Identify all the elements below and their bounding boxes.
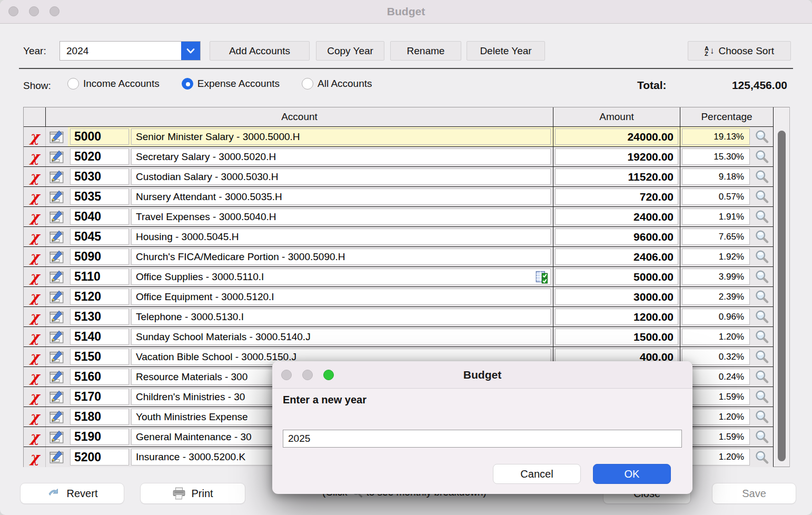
delete-year-button[interactable]: Delete Year	[467, 41, 545, 61]
amount-field[interactable]: 720.00	[555, 189, 678, 205]
delete-account-button[interactable]: χ	[24, 227, 46, 246]
monthly-breakdown-button[interactable]	[750, 367, 773, 387]
monthly-breakdown-button[interactable]	[750, 427, 773, 447]
percentage-field[interactable]: 2.39%	[682, 289, 750, 305]
edit-account-button[interactable]	[46, 447, 68, 467]
account-name-field[interactable]: Church's FICA/Medicare Portion - 3000.50…	[131, 249, 551, 265]
amount-field[interactable]: 24000.00	[555, 128, 678, 145]
ok-button[interactable]: OK	[593, 464, 671, 484]
delete-account-button[interactable]: χ	[24, 127, 46, 146]
percentage-field[interactable]: 7.65%	[682, 229, 750, 245]
account-number-field[interactable]: 5140	[70, 329, 129, 345]
monthly-breakdown-button[interactable]	[750, 307, 773, 326]
amount-field[interactable]: 19200.00	[555, 148, 678, 165]
edit-account-button[interactable]	[46, 187, 68, 206]
account-name-field[interactable]: Housing - 3000.5045.H	[131, 229, 551, 245]
percentage-field[interactable]: 0.96%	[682, 309, 750, 325]
monthly-breakdown-button[interactable]	[750, 247, 773, 266]
monthly-breakdown-button[interactable]	[750, 187, 773, 206]
percentage-field[interactable]: 9.18%	[682, 169, 750, 185]
edit-account-button[interactable]	[46, 407, 68, 427]
year-dropdown[interactable]: 2024	[60, 41, 201, 61]
account-name-field[interactable]: Office Equipment - 3000.5120.I	[131, 289, 551, 305]
edit-account-button[interactable]	[46, 287, 68, 306]
edit-account-button[interactable]	[46, 307, 68, 326]
delete-account-button[interactable]: χ	[24, 427, 46, 447]
edit-account-button[interactable]	[46, 167, 68, 186]
edit-account-button[interactable]	[46, 127, 68, 146]
delete-account-button[interactable]: χ	[24, 307, 46, 326]
monthly-breakdown-button[interactable]	[750, 267, 773, 286]
delete-account-button[interactable]: χ	[24, 387, 46, 407]
edit-account-button[interactable]	[46, 207, 68, 226]
monthly-breakdown-button[interactable]	[750, 167, 773, 186]
print-button[interactable]: Print	[140, 483, 245, 504]
account-name-field[interactable]: Office Supplies - 3000.5110.I	[131, 269, 551, 285]
revert-button[interactable]: Revert	[20, 483, 124, 504]
account-number-field[interactable]: 5120	[70, 289, 129, 305]
account-number-field[interactable]: 5110	[70, 269, 129, 285]
percentage-field[interactable]: 1.20%	[682, 329, 750, 345]
choose-sort-button[interactable]: AZ ↓ Choose Sort	[688, 41, 791, 61]
account-number-field[interactable]: 5190	[70, 429, 129, 445]
account-number-field[interactable]: 5045	[70, 229, 129, 245]
account-name-field[interactable]: Nursery Attendant - 3000.5035.H	[131, 189, 551, 205]
amount-field[interactable]: 3000.00	[555, 289, 678, 305]
rename-button[interactable]: Rename	[390, 41, 461, 61]
account-number-field[interactable]: 5020	[70, 148, 129, 165]
account-number-field[interactable]: 5035	[70, 189, 129, 205]
account-name-field[interactable]: Sunday School Materials - 3000.5140.J	[131, 329, 551, 345]
edit-account-button[interactable]	[46, 327, 68, 346]
add-accounts-button[interactable]: Add Accounts	[210, 41, 310, 61]
delete-account-button[interactable]: χ	[24, 347, 46, 367]
delete-account-button[interactable]: χ	[24, 147, 46, 166]
account-number-field[interactable]: 5150	[70, 349, 129, 365]
percentage-field[interactable]: 15.30%	[682, 148, 750, 165]
monthly-breakdown-button[interactable]	[750, 447, 773, 467]
percentage-field[interactable]: 1.92%	[682, 249, 750, 265]
edit-account-button[interactable]	[46, 427, 68, 447]
account-number-field[interactable]: 5000	[70, 128, 129, 145]
edit-account-button[interactable]	[46, 387, 68, 407]
amount-field[interactable]: 9600.00	[555, 229, 678, 245]
edit-account-button[interactable]	[46, 227, 68, 246]
account-name-field[interactable]: Travel Expenses - 3000.5040.H	[131, 209, 551, 225]
radio-expense-accounts[interactable]: Expense Accounts	[182, 78, 280, 90]
delete-account-button[interactable]: χ	[24, 267, 46, 286]
amount-field[interactable]: 2400.00	[555, 209, 678, 225]
new-year-input[interactable]	[283, 430, 682, 448]
edit-account-button[interactable]	[46, 347, 68, 367]
percentage-field[interactable]: 3.99%	[682, 269, 750, 285]
table-scrollbar[interactable]	[773, 107, 790, 467]
delete-account-button[interactable]: χ	[24, 287, 46, 306]
monthly-breakdown-button[interactable]	[750, 127, 773, 146]
account-number-field[interactable]: 5030	[70, 169, 129, 185]
radio-all-accounts[interactable]: All Accounts	[302, 78, 372, 90]
edit-account-button[interactable]	[46, 267, 68, 286]
delete-account-button[interactable]: χ	[24, 447, 46, 467]
copy-year-button[interactable]: Copy Year	[316, 41, 384, 61]
account-name-field[interactable]: Secretary Salary - 3000.5020.H	[131, 148, 551, 165]
delete-account-button[interactable]: χ	[24, 367, 46, 387]
monthly-breakdown-button[interactable]	[750, 227, 773, 246]
radio-icon[interactable]	[182, 78, 193, 90]
amount-field[interactable]: 5000.00	[555, 269, 678, 285]
edit-account-button[interactable]	[46, 147, 68, 166]
monthly-breakdown-button[interactable]	[750, 407, 773, 427]
radio-icon[interactable]	[67, 78, 79, 90]
amount-field[interactable]: 11520.00	[555, 169, 678, 185]
amount-field[interactable]: 1200.00	[555, 309, 678, 325]
account-number-field[interactable]: 5160	[70, 369, 129, 385]
edit-account-button[interactable]	[46, 247, 68, 266]
delete-account-button[interactable]: χ	[24, 247, 46, 266]
account-number-field[interactable]: 5200	[70, 449, 129, 466]
delete-account-button[interactable]: χ	[24, 327, 46, 346]
monthly-breakdown-button[interactable]	[750, 147, 773, 166]
delete-account-button[interactable]: χ	[24, 187, 46, 206]
percentage-field[interactable]: 1.91%	[682, 209, 750, 225]
save-button[interactable]: Save	[712, 483, 796, 504]
scrollbar-thumb[interactable]	[778, 131, 786, 461]
percentage-field[interactable]: 19.13%	[682, 128, 750, 145]
amount-field[interactable]: 1500.00	[555, 329, 678, 345]
monthly-breakdown-button[interactable]	[750, 387, 773, 407]
